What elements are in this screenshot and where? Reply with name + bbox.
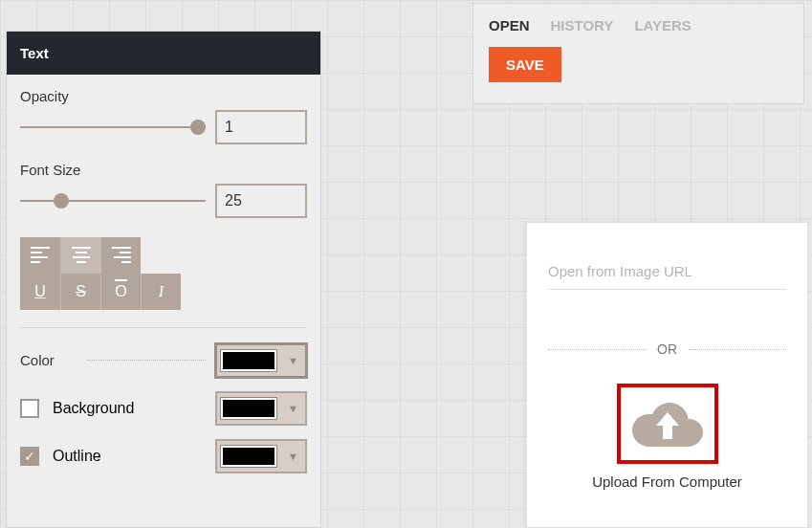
chevron-down-icon: ▼ <box>288 451 298 462</box>
fontsize-slider[interactable] <box>20 191 206 210</box>
open-panel: OR Upload From Computer <box>526 222 808 528</box>
color-picker[interactable]: ▼ <box>215 343 307 378</box>
chevron-down-icon: ▼ <box>288 355 298 366</box>
opacity-label: Opacity <box>20 88 307 104</box>
outline-label: Outline <box>53 448 101 465</box>
color-row: Color ▼ <box>20 343 307 378</box>
style-group: U S O I <box>20 274 181 310</box>
save-button[interactable]: SAVE <box>489 47 561 82</box>
outline-color-picker[interactable]: ▼ <box>215 439 307 473</box>
underline-button[interactable]: U <box>20 274 60 310</box>
outline-swatch <box>221 446 276 467</box>
fontsize-input[interactable] <box>215 184 307 218</box>
or-text: OR <box>646 341 689 357</box>
opacity-row: Opacity <box>20 88 307 144</box>
fontsize-label: Font Size <box>20 162 307 178</box>
background-label: Background <box>53 400 134 417</box>
color-label: Color <box>20 352 77 368</box>
background-checkbox[interactable] <box>20 399 39 418</box>
panel-title: Text <box>7 32 320 75</box>
tab-layers[interactable]: LAYERS <box>634 17 691 33</box>
image-url-input[interactable] <box>548 253 786 290</box>
outline-row: ✓ Outline ▼ <box>20 439 307 473</box>
align-left-button[interactable] <box>20 237 60 274</box>
fontsize-row: Font Size <box>20 162 307 218</box>
divider <box>20 327 307 328</box>
format-row: U S O I <box>20 235 307 310</box>
color-swatch <box>221 350 276 371</box>
panel-body: Opacity Font Size <box>7 75 320 473</box>
tab-history[interactable]: HISTORY <box>551 17 614 33</box>
tab-open[interactable]: OPEN <box>489 17 530 33</box>
strikethrough-button[interactable]: S <box>60 274 100 310</box>
or-divider: OR <box>548 341 786 357</box>
italic-button[interactable]: I <box>141 274 181 310</box>
align-right-button[interactable] <box>100 237 141 274</box>
overline-button[interactable]: O <box>100 274 141 310</box>
opacity-slider[interactable] <box>20 118 206 137</box>
top-panel: OPEN HISTORY LAYERS SAVE <box>472 3 804 104</box>
tabs: OPEN HISTORY LAYERS <box>489 17 788 33</box>
align-center-button[interactable] <box>60 237 100 274</box>
outline-checkbox[interactable]: ✓ <box>20 447 39 466</box>
background-row: Background ▼ <box>20 391 307 426</box>
cloud-upload-icon <box>631 399 704 449</box>
upload-label: Upload From Computer <box>548 473 786 490</box>
opacity-input[interactable] <box>215 110 307 144</box>
align-group <box>20 237 141 274</box>
upload-button[interactable] <box>617 384 718 464</box>
background-swatch <box>221 398 276 419</box>
chevron-down-icon: ▼ <box>288 403 298 414</box>
background-color-picker[interactable]: ▼ <box>215 391 307 426</box>
text-panel: Text Opacity Font Size <box>6 31 321 528</box>
